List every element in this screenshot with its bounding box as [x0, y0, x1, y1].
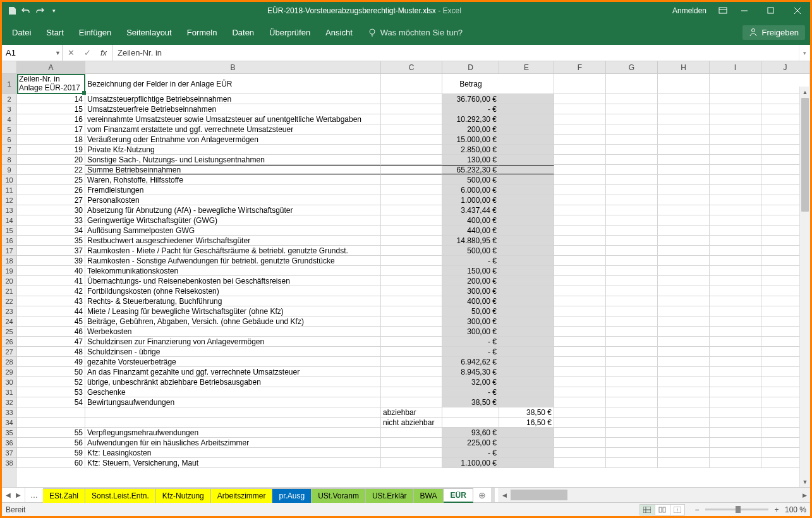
cell[interactable] [710, 246, 761, 255]
cell[interactable]: 10.292,30 € [442, 114, 499, 124]
cell[interactable]: Personalkosten [85, 195, 381, 205]
cell[interactable] [606, 347, 658, 356]
cell[interactable] [381, 428, 442, 437]
cell[interactable]: Fremdleistungen [85, 185, 381, 195]
cell[interactable] [381, 135, 442, 144]
sheet-nav-prev-icon[interactable]: ◀ [3, 489, 13, 502]
cell[interactable] [499, 226, 554, 235]
cell[interactable]: Verpflegungsmehraufwendungen [85, 428, 381, 437]
cell[interactable] [499, 357, 554, 366]
cell[interactable]: Fortbildungskosten (ohne Reisekosten) [85, 286, 381, 296]
cell[interactable] [710, 145, 761, 154]
cell[interactable]: 200,00 € [442, 124, 499, 134]
cell[interactable] [658, 367, 710, 376]
cell[interactable] [710, 215, 761, 225]
cell[interactable] [710, 407, 761, 417]
cell[interactable] [658, 165, 710, 174]
cell[interactable]: 1.100,00 € [442, 458, 499, 467]
cell[interactable]: 43 [17, 296, 85, 306]
cell[interactable] [554, 428, 606, 437]
cell[interactable] [499, 316, 554, 326]
cell[interactable] [381, 357, 442, 366]
cell[interactable] [381, 226, 442, 235]
ribbon-display-options-icon[interactable] [714, 2, 732, 20]
cell[interactable]: abziehbar [381, 407, 442, 417]
ribbon-tab-ansicht[interactable]: Ansicht [318, 20, 360, 45]
cell[interactable] [606, 428, 658, 437]
vertical-scrollbar[interactable]: ▲ ▼ [799, 87, 810, 487]
cell[interactable]: Bezeichnung der Felder in der Anlage EÜR [85, 74, 381, 93]
cell[interactable]: 32,00 € [442, 377, 499, 387]
cell[interactable] [499, 94, 554, 104]
row-header[interactable]: 13 [2, 205, 17, 215]
cell[interactable] [499, 195, 554, 205]
cell[interactable] [499, 175, 554, 184]
cell[interactable] [606, 246, 658, 255]
cell[interactable] [554, 104, 606, 114]
cell[interactable]: 18 [17, 135, 85, 144]
cell[interactable]: Beiträge, Gebühren, Abgaben, Versich. (o… [85, 316, 381, 326]
cell[interactable] [499, 286, 554, 296]
cell[interactable] [710, 367, 761, 376]
cell[interactable] [381, 316, 442, 326]
cell[interactable] [658, 428, 710, 437]
cell[interactable]: 49 [17, 357, 85, 366]
cell[interactable]: Schuldzinsen - übrige [85, 347, 381, 356]
cell[interactable] [85, 407, 381, 417]
cell[interactable] [499, 337, 554, 346]
cell[interactable] [606, 407, 658, 417]
cell[interactable] [658, 124, 710, 134]
share-button[interactable]: Freigeben [742, 25, 805, 40]
cell[interactable] [381, 397, 442, 407]
cell[interactable] [554, 124, 606, 134]
cell[interactable] [381, 155, 442, 164]
cell[interactable] [658, 205, 710, 215]
cell[interactable] [658, 215, 710, 225]
cell[interactable]: Private Kfz-Nutzung [85, 145, 381, 154]
cell[interactable]: 500,00 € [442, 175, 499, 184]
cell[interactable] [554, 226, 606, 235]
cell[interactable] [658, 236, 710, 245]
cell[interactable] [606, 215, 658, 225]
row-header[interactable]: 11 [2, 185, 17, 195]
cell[interactable] [554, 155, 606, 164]
cell[interactable] [499, 438, 554, 447]
cell[interactable] [442, 418, 499, 427]
cell[interactable]: Aufwendungen für ein häusliches Arbeitsz… [85, 438, 381, 447]
cell[interactable]: 34 [17, 226, 85, 235]
cell[interactable] [606, 327, 658, 336]
cell[interactable]: 53 [17, 387, 85, 397]
cell[interactable] [381, 296, 442, 306]
cell[interactable] [606, 458, 658, 467]
cell[interactable] [658, 387, 710, 397]
cell[interactable] [499, 377, 554, 387]
row-header[interactable]: 10 [2, 175, 17, 185]
cell[interactable]: 54 [17, 397, 85, 407]
cell[interactable] [381, 276, 442, 286]
cell[interactable]: 47 [17, 337, 85, 346]
cell[interactable]: übrige, unbeschränkt abziehbare Betriebs… [85, 377, 381, 387]
cell[interactable] [381, 195, 442, 205]
cell[interactable] [381, 165, 442, 174]
cell[interactable] [499, 104, 554, 114]
cell[interactable]: 41 [17, 276, 85, 286]
cell[interactable] [381, 104, 442, 114]
cell[interactable]: 6.000,00 € [442, 185, 499, 195]
cell[interactable] [658, 74, 710, 93]
cell[interactable] [658, 306, 710, 316]
cell[interactable] [606, 296, 658, 306]
cell[interactable] [710, 377, 761, 387]
select-all-corner[interactable] [2, 61, 17, 73]
cell[interactable] [381, 185, 442, 195]
cell[interactable]: 2.850,00 € [442, 145, 499, 154]
cell[interactable] [658, 185, 710, 195]
cell[interactable]: Summe Betriebseinnahmen [85, 165, 381, 174]
cell[interactable]: 30 [17, 205, 85, 215]
row-header[interactable]: 18 [2, 256, 17, 266]
zoom-out-button[interactable]: − [693, 505, 701, 514]
cell[interactable] [499, 428, 554, 437]
cell[interactable]: 440,00 € [442, 226, 499, 235]
cell[interactable] [554, 387, 606, 397]
row-header[interactable]: 2 [2, 94, 17, 104]
cell[interactable] [710, 428, 761, 437]
